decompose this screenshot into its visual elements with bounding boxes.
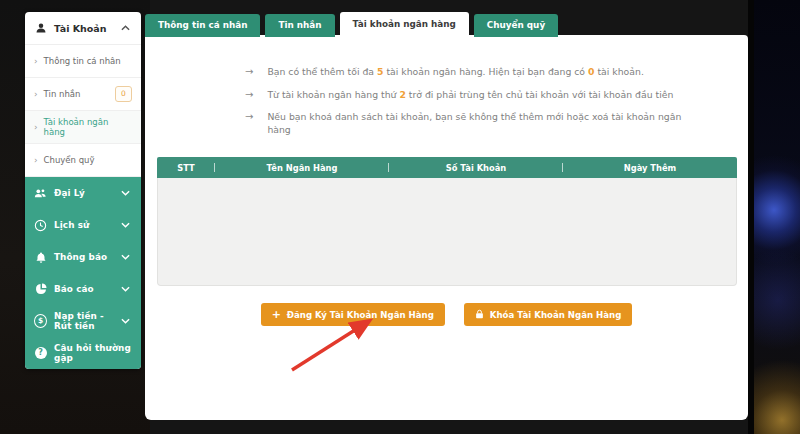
arrow-bullet-icon: →	[245, 110, 253, 137]
sidebar-submenu: › Thông tin cá nhân › Tin nhắn 0 › Tài k…	[25, 44, 141, 177]
bank-accounts-table: STT Tên Ngân Hàng Số Tài Khoản Ngày Thêm	[157, 157, 737, 286]
lock-bank-account-button[interactable]: Khóa Tài Khoản Ngân Hàng	[464, 303, 633, 326]
main-panel: → Bạn có thể thêm tối đa 5 tài khoản ngâ…	[145, 35, 748, 420]
tab-personal-info[interactable]: Thông tin cá nhân	[145, 14, 260, 37]
note-same-owner: → Từ tài khoản ngân hàng thứ 2 trở đi ph…	[245, 88, 685, 103]
arrow-bullet-icon: →	[245, 88, 253, 103]
sidebar-item-faq[interactable]: ? Câu hỏi thường gặp	[25, 337, 141, 369]
chevron-right-icon: ›	[34, 156, 38, 165]
sidebar-item-history[interactable]: Lịch sử	[25, 209, 141, 241]
table-header: STT Tên Ngân Hàng Số Tài Khoản Ngày Thêm	[157, 157, 737, 178]
sidebar-main-menu: Đại Lý Lịch sử Thông báo	[25, 177, 141, 369]
column-header-account-number: Số Tài Khoản	[389, 163, 563, 173]
background-photo	[748, 0, 800, 434]
chevron-down-icon	[119, 219, 132, 232]
column-header-bank-name: Tên Ngân Hàng	[215, 163, 389, 173]
table-body-empty	[157, 178, 737, 286]
question-icon: ?	[34, 347, 47, 360]
sidebar-item-bank-accounts[interactable]: › Tài khoản ngân hàng	[25, 111, 141, 144]
chevron-right-icon: ›	[34, 123, 38, 132]
content-tabs: Thông tin cá nhân Tin nhắn Tài khoản ngâ…	[145, 12, 558, 37]
sidebar-item-notifications[interactable]: Thông báo	[25, 241, 141, 273]
note-max-accounts: → Bạn có thể thêm tối đa 5 tài khoản ngâ…	[245, 65, 685, 80]
sidebar-item-messages[interactable]: › Tin nhắn 0	[25, 78, 141, 111]
tab-fund-transfer[interactable]: Chuyển quỹ	[474, 14, 558, 37]
lock-icon	[475, 309, 484, 321]
chevron-down-icon	[119, 187, 132, 200]
sidebar-item-deposit-withdraw[interactable]: $ Nạp tiền - Rút tiền	[25, 305, 141, 337]
sidebar: Tài Khoản › Thông tin cá nhân › Tin nhắn…	[25, 12, 141, 369]
chevron-down-icon	[119, 315, 132, 328]
sidebar-item-fund-transfer[interactable]: › Chuyển quỹ	[25, 144, 141, 177]
tab-bank-accounts[interactable]: Tài khoản ngân hàng	[340, 12, 469, 37]
sidebar-header-label: Tài Khoản	[54, 23, 112, 34]
sidebar-item-agency[interactable]: Đại Lý	[25, 177, 141, 209]
clock-icon	[34, 219, 47, 232]
register-bank-account-button[interactable]: + Đăng Ký Tài Khoản Ngân Hàng	[261, 303, 445, 326]
plus-icon: +	[272, 309, 281, 320]
chevron-right-icon: ›	[34, 90, 38, 99]
action-buttons: + Đăng Ký Tài Khoản Ngân Hàng Khóa Tài K…	[145, 303, 748, 326]
chevron-up-icon	[119, 22, 132, 35]
arrow-bullet-icon: →	[245, 65, 253, 80]
sidebar-item-personal-info[interactable]: › Thông tin cá nhân	[25, 45, 141, 78]
bell-icon	[34, 251, 47, 264]
app-window: Tài Khoản › Thông tin cá nhân › Tin nhắn…	[0, 0, 800, 434]
chevron-down-icon	[119, 283, 132, 296]
dollar-icon: $	[34, 315, 47, 328]
column-header-stt: STT	[157, 163, 215, 173]
column-header-date-added: Ngày Thêm	[563, 163, 737, 173]
messages-badge: 0	[115, 86, 132, 102]
info-notes: → Bạn có thể thêm tối đa 5 tài khoản ngâ…	[245, 65, 685, 145]
user-icon	[34, 22, 47, 35]
users-icon	[34, 187, 47, 200]
tab-messages[interactable]: Tin nhắn	[265, 14, 334, 37]
sidebar-header-account[interactable]: Tài Khoản	[25, 12, 141, 44]
chevron-right-icon: ›	[34, 57, 38, 66]
sidebar-item-reports[interactable]: Báo cáo	[25, 273, 141, 305]
chevron-down-icon	[119, 251, 132, 264]
note-lock-warning: → Nếu bạn khoá danh sách tài khoản, bạn …	[245, 110, 685, 137]
pie-chart-icon	[34, 283, 47, 296]
